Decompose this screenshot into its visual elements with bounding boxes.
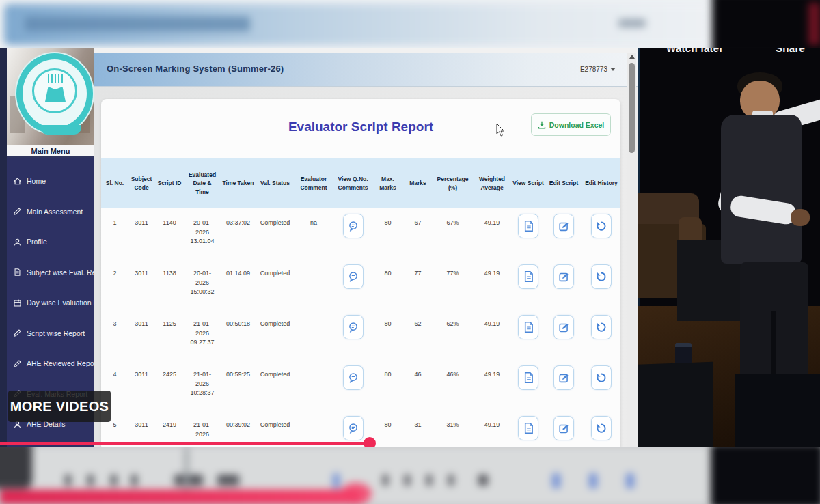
sidebar-item-label: Home xyxy=(27,177,46,185)
cell-value: 49.19 xyxy=(484,371,500,378)
cell-val_status: Completed xyxy=(256,259,294,309)
page-scrollbar[interactable] xyxy=(627,53,636,447)
cell-value: 49.19 xyxy=(484,219,500,226)
cell-value: 77% xyxy=(446,270,459,277)
cell-value: 2419 xyxy=(163,421,176,428)
date-line: 20-01- xyxy=(184,269,220,279)
calendar-icon xyxy=(14,299,21,307)
date-line: 2026 xyxy=(184,228,220,238)
cell-value: 46% xyxy=(446,371,459,378)
cell-view_script xyxy=(511,309,545,360)
file-icon xyxy=(523,271,534,282)
sidebar-item-profile[interactable]: Profile xyxy=(7,227,94,257)
date-line: 09:27:37 xyxy=(184,338,220,348)
file-button[interactable] xyxy=(518,214,538,238)
more-videos-overlay[interactable]: MORE VIDEOS xyxy=(8,391,111,422)
comment-icon xyxy=(348,372,359,383)
column-header-script_id: Script ID xyxy=(154,158,184,208)
column-header-edit_script: Edit Script xyxy=(545,158,582,208)
scrollbar-thumb[interactable] xyxy=(629,63,635,153)
cell-value: 31% xyxy=(446,421,459,428)
file-button[interactable] xyxy=(518,264,538,289)
edit-button[interactable] xyxy=(554,264,574,289)
sidebar-item-script-wise-report[interactable]: Script wise Report xyxy=(7,318,94,349)
sidebar-item-subject-wise-eval-report[interactable]: Subject wise Eval. Report xyxy=(7,257,94,288)
column-header-view_comments: View Q.No. Comments xyxy=(333,158,372,208)
comment-button[interactable] xyxy=(343,365,364,390)
cell-value: 1 xyxy=(113,219,116,226)
cell-value: 67 xyxy=(414,219,421,226)
cell-edit_history xyxy=(582,410,620,447)
person-icon xyxy=(14,238,21,246)
date-line: 10:28:37 xyxy=(184,389,220,398)
comment-button[interactable] xyxy=(343,315,364,339)
sidebar-item-ahe-reviewed-report[interactable]: AHE Reviewed Report xyxy=(7,348,94,379)
cell-value: 77 xyxy=(414,270,421,277)
sidebar-item-home[interactable]: Home xyxy=(7,166,94,197)
user-menu[interactable]: E278773 xyxy=(580,66,616,73)
date-line: 2026 xyxy=(184,279,220,288)
cell-weighted_average: 49.19 xyxy=(473,360,511,410)
edit-button[interactable] xyxy=(554,315,574,339)
logo-emblem xyxy=(32,68,77,113)
history-button[interactable] xyxy=(591,365,612,390)
chevron-down-icon xyxy=(610,68,616,71)
player-top-overlay: Watch later Share xyxy=(0,48,820,59)
document-icon xyxy=(14,268,21,276)
logo-rays xyxy=(48,74,63,83)
column-header-label: Weighted Average xyxy=(474,175,510,192)
cell-subject_code: 3011 xyxy=(128,309,154,360)
file-button[interactable] xyxy=(518,416,538,440)
cell-max_marks: 80 xyxy=(372,259,403,309)
cell-edit_history xyxy=(582,259,620,309)
comment-icon xyxy=(348,221,359,232)
history-button[interactable] xyxy=(591,214,612,238)
table-row: 33011112521-01-202609:27:3700:50:18Compl… xyxy=(101,309,620,360)
cell-subject_code: 3011 xyxy=(128,360,154,410)
history-icon xyxy=(596,221,607,232)
history-button[interactable] xyxy=(591,315,612,339)
cell-weighted_average: 49.19 xyxy=(473,309,511,360)
column-header-weighted_average: Weighted Average xyxy=(473,158,511,208)
cell-value: 49.19 xyxy=(484,421,500,428)
sidebar-item-label: Script wise Report xyxy=(27,329,85,337)
cell-view_comments xyxy=(333,208,372,259)
home-icon xyxy=(14,178,21,185)
video-frame: On-Screen Marking System (Summer-26) E27… xyxy=(0,0,820,504)
cell-evaluator_comment xyxy=(294,360,333,410)
comment-button[interactable] xyxy=(343,264,364,289)
column-header-label: View Q.No. Comments xyxy=(335,175,371,192)
cell-value: Completed xyxy=(260,421,290,428)
cell-marks: 46 xyxy=(403,360,433,410)
history-button[interactable] xyxy=(591,264,612,289)
file-button[interactable] xyxy=(518,365,538,390)
cell-evaluator_comment xyxy=(294,259,333,309)
comment-button[interactable] xyxy=(343,416,364,440)
cell-edit_script xyxy=(545,410,582,447)
logo-book-icon xyxy=(45,87,66,102)
cell-weighted_average: 49.19 xyxy=(473,208,511,259)
video-progress-scrubber[interactable] xyxy=(364,437,376,447)
edit-button[interactable] xyxy=(554,214,574,238)
cell-percentage: 46% xyxy=(433,360,473,410)
cell-value: 1140 xyxy=(163,219,176,226)
user-id: E278773 xyxy=(580,66,607,73)
file-button[interactable] xyxy=(518,315,538,339)
column-header-evaluator_comment: Evaluator Comment xyxy=(294,158,333,208)
cell-evaluator_comment xyxy=(294,309,333,360)
edit-button[interactable] xyxy=(554,416,574,440)
sidebar-item-label: AHE Reviewed Report xyxy=(27,359,94,367)
cell-value: 67% xyxy=(446,219,459,226)
edit-button[interactable] xyxy=(554,365,574,390)
comment-button[interactable] xyxy=(343,214,364,238)
history-button[interactable] xyxy=(591,416,612,440)
cell-max_marks: 80 xyxy=(372,360,403,410)
cell-edit_history xyxy=(582,208,620,259)
watch-later-button[interactable]: Watch later xyxy=(666,48,724,54)
download-excel-button[interactable]: Download Excel xyxy=(531,113,611,136)
video-progress-bar[interactable] xyxy=(0,442,372,445)
share-button[interactable]: Share xyxy=(776,48,805,54)
sidebar-item-day-wise-evaluation-report[interactable]: Day wise Evaluation Report xyxy=(7,288,94,318)
sidebar-item-main-assessment[interactable]: Main Assessment xyxy=(7,197,94,227)
column-header-label: Edit History xyxy=(585,179,618,187)
